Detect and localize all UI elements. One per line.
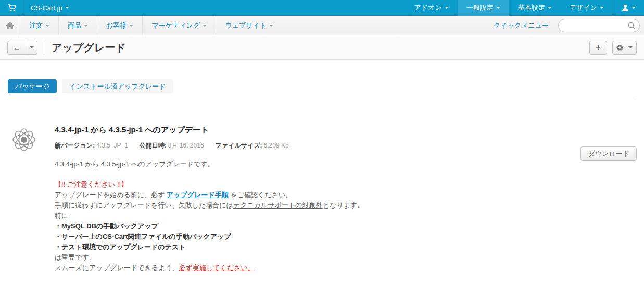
chevron-down-icon: [129, 25, 133, 27]
mainnav-item-label: お客様: [106, 21, 127, 30]
topnav-item-design[interactable]: デザイン: [561, 0, 613, 16]
user-icon: [622, 4, 629, 11]
bullet-test-environment: ・テスト環境でのアップグレードのテスト: [55, 242, 534, 252]
topnav-item-label: 基本設定: [518, 3, 545, 13]
main-navbar: 注文 商品 お客様 マーケティング ウェブサイト クイックメニュー: [0, 16, 644, 35]
topnav-item-addons[interactable]: アドオン: [406, 0, 458, 16]
topnav-item-label: 一般設定: [466, 3, 494, 13]
tab-bar: パッケージ インストール済アップグレード: [8, 79, 173, 93]
chevron-down-icon: [30, 46, 34, 48]
detail-release-date: 公開日時:8月 16, 2016: [140, 141, 204, 150]
mainnav-item-website[interactable]: ウェブサイト: [216, 16, 282, 35]
page-header: ← アップグレード +: [0, 35, 644, 60]
mainnav-item-label: 商品: [68, 21, 81, 30]
upgrade-description: 4.3.4-jp-1 から 4.3.5-jp-1 へのアップグレードです。: [55, 159, 534, 169]
topnav-item-general-settings[interactable]: 一般設定: [458, 0, 509, 16]
back-button[interactable]: ←: [7, 41, 26, 55]
chevron-down-icon: [600, 7, 604, 9]
detail-file-size: ファイルサイズ:6,209 Kb: [216, 141, 289, 150]
mainnav-item-label: ウェブサイト: [225, 21, 267, 30]
search-box: [558, 19, 640, 32]
topnav-item-label: デザイン: [570, 3, 597, 13]
settings-button[interactable]: [612, 41, 637, 55]
bullet-files-backup: ・サーバー上のCS-Cart関連ファイルの手動バックアップ: [55, 231, 534, 242]
chevron-down-icon: [548, 7, 552, 9]
top-navbar: CS-Cart.jp アドオン 一般設定 基本設定 デザイン: [0, 0, 644, 16]
mainnav-item-label: 注文: [29, 21, 43, 30]
topnav-item-label: アドオン: [414, 3, 442, 13]
topnav-item-basic-settings[interactable]: 基本設定: [509, 0, 561, 16]
search-input[interactable]: [565, 22, 628, 29]
upgrade-package-panel: 4.3.4-jp-1 から 4.3.5-jp-1 へのアップデート 新バージョン…: [55, 125, 534, 273]
mainnav-item-customers[interactable]: お客様: [97, 16, 142, 35]
back-split-button: ←: [7, 41, 37, 55]
page-title: アップグレード: [52, 41, 126, 55]
divider: [8, 100, 636, 100]
add-button[interactable]: +: [589, 41, 607, 55]
gear-icon: [616, 44, 623, 51]
warning-line-2: 手順に従わずにアップグレードを行い、失敗した場合にはテクニカルサポートの対象外と…: [55, 200, 534, 211]
user-menu[interactable]: [613, 0, 644, 16]
warning-title: 【!! ご注意ください !!】: [55, 179, 534, 190]
back-arrow-icon: ←: [13, 43, 21, 52]
bullet-mysql-backup: ・MySQL DBの手動バックアップ: [55, 221, 534, 231]
chevron-down-icon: [45, 25, 49, 27]
download-button[interactable]: ダウンロード: [580, 146, 637, 161]
brand-label: CS-Cart.jp: [31, 4, 62, 12]
package-atom-icon: [9, 126, 39, 155]
back-dropdown-button[interactable]: [26, 41, 37, 55]
search-icon[interactable]: [628, 22, 635, 29]
home-icon: [6, 22, 14, 29]
upgrade-details: 新バージョン:4.3.5_JP_1 公開日時:8月 16, 2016 ファイルサ…: [55, 141, 534, 150]
warning-line-3: 特に: [55, 211, 534, 221]
chevron-down-icon: [445, 7, 449, 9]
chevron-down-icon: [269, 25, 273, 27]
chevron-down-icon: [632, 7, 636, 9]
support-exclusion-text: テクニカルサポートの対象外: [233, 201, 323, 209]
divider: [44, 40, 44, 55]
must-execute-link[interactable]: 必ず実施してください。: [179, 264, 255, 272]
mainnav-item-products[interactable]: 商品: [58, 16, 97, 35]
mainnav-item-orders[interactable]: 注文: [20, 16, 58, 35]
brand-menu[interactable]: CS-Cart.jp: [23, 4, 77, 12]
cart-icon[interactable]: [0, 0, 23, 16]
detail-new-version: 新バージョン:4.3.5_JP_1: [55, 141, 128, 150]
upgrade-procedure-link[interactable]: アップグレード手順: [167, 191, 229, 199]
chevron-down-icon: [203, 25, 207, 27]
chevron-down-icon: [628, 46, 633, 48]
quick-menu-link[interactable]: クイックメニュー: [494, 21, 549, 30]
warning-line-5: スムーズにアップグレードできるよう、必ず実施してください。: [55, 263, 534, 273]
warning-line-4: は重要です。: [55, 252, 534, 263]
warning-line-1: アップグレードを始める前に、必ず アップグレード手順 をご確認ください。: [55, 190, 534, 200]
chevron-down-icon: [84, 25, 88, 27]
upgrade-heading: 4.3.4-jp-1 から 4.3.5-jp-1 へのアップデート: [55, 125, 534, 135]
mainnav-item-label: マーケティング: [151, 21, 200, 30]
chevron-down-icon: [496, 7, 500, 9]
mainnav-item-marketing[interactable]: マーケティング: [142, 16, 216, 35]
tab-packages[interactable]: パッケージ: [8, 79, 57, 93]
chevron-down-icon: [65, 7, 69, 9]
home-button[interactable]: [0, 16, 20, 35]
tab-installed-upgrades[interactable]: インストール済アップグレード: [62, 79, 173, 93]
